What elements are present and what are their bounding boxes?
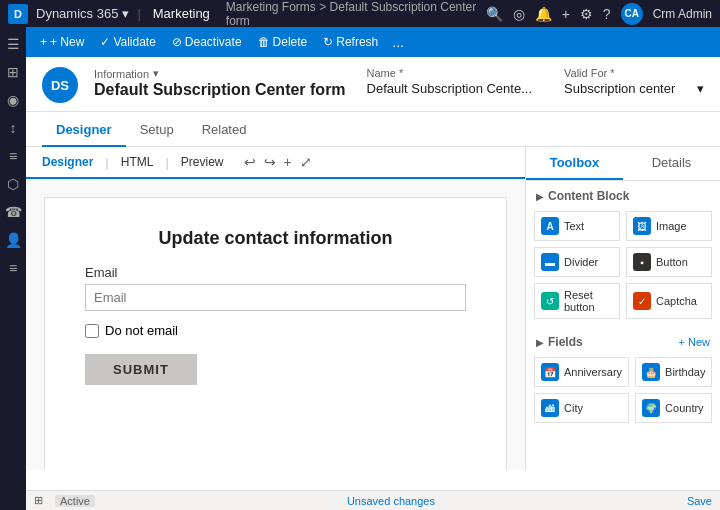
panel-item-divider-label: Divider bbox=[564, 256, 598, 268]
city-icon: 🏙 bbox=[541, 399, 559, 417]
deactivate-icon: ⊘ bbox=[172, 35, 182, 49]
tab-designer[interactable]: Designer bbox=[42, 112, 126, 147]
nav-icons: 🔍 ◎ 🔔 + ⚙ ? CA Crm Admin bbox=[486, 3, 712, 25]
record-type: Information ▾ bbox=[94, 67, 351, 80]
text-icon: A bbox=[541, 217, 559, 235]
sub-tab-designer[interactable]: Designer bbox=[36, 153, 99, 171]
deactivate-button[interactable]: ⊘ Deactivate bbox=[166, 33, 248, 51]
fields-section-title: Fields bbox=[548, 335, 583, 349]
app-name-label: Dynamics 365 bbox=[36, 6, 118, 21]
sub-divider-1: | bbox=[105, 155, 108, 170]
panel-item-anniversary[interactable]: 📅 Anniversary bbox=[534, 357, 629, 387]
panel-item-button-label: Button bbox=[656, 256, 688, 268]
notification-icon[interactable]: 🔔 bbox=[535, 6, 552, 22]
do-not-email-checkbox[interactable] bbox=[85, 324, 99, 338]
sidebar-phone-icon[interactable]: ☎ bbox=[0, 199, 26, 225]
panel-tab-toolbox[interactable]: Toolbox bbox=[526, 147, 623, 180]
panel-item-image[interactable]: 🖼 Image bbox=[626, 211, 712, 241]
sidebar-home-icon[interactable]: ⊞ bbox=[0, 59, 26, 85]
alert-icon[interactable]: ◎ bbox=[513, 6, 525, 22]
validate-icon: ✓ bbox=[100, 35, 110, 49]
sidebar-segment-icon[interactable]: ⬡ bbox=[0, 171, 26, 197]
app-icon: D bbox=[8, 4, 28, 24]
help-icon[interactable]: ? bbox=[603, 6, 611, 22]
sidebar-user-icon[interactable]: 👤 bbox=[0, 227, 26, 253]
unsaved-label: Unsaved changes bbox=[347, 495, 435, 507]
breadcrumb: Marketing Forms > Default Subscription C… bbox=[226, 0, 478, 28]
email-input[interactable] bbox=[85, 284, 466, 311]
status-bar: ⊞ Active Unsaved changes Save bbox=[26, 490, 720, 510]
panel-item-captcha[interactable]: ✓ Captcha bbox=[626, 283, 712, 319]
panel-item-city[interactable]: 🏙 City bbox=[534, 393, 629, 423]
status-page-icon: ⊞ bbox=[34, 494, 43, 507]
record-title: Default Subscription Center form bbox=[94, 81, 351, 99]
app-name[interactable]: Dynamics 365 ▾ bbox=[36, 6, 129, 21]
submit-button[interactable]: SUBMIT bbox=[85, 354, 197, 385]
redo-icon[interactable]: ↪ bbox=[264, 154, 276, 170]
delete-icon: 🗑 bbox=[258, 35, 270, 49]
panel-item-birthday[interactable]: 🎂 Birthday bbox=[635, 357, 712, 387]
expand-icon[interactable]: ⤢ bbox=[300, 154, 312, 170]
name-field-value: Default Subscription Cente... bbox=[367, 81, 532, 96]
validate-button[interactable]: ✓ Validate bbox=[94, 33, 161, 51]
birthday-icon: 🎂 bbox=[642, 363, 660, 381]
panel-tabs: Toolbox Details bbox=[526, 147, 720, 181]
refresh-button[interactable]: ↻ Refresh bbox=[317, 33, 384, 51]
user-name[interactable]: Crm Admin bbox=[653, 7, 712, 21]
user-avatar[interactable]: CA bbox=[621, 3, 643, 25]
panel-item-text[interactable]: A Text bbox=[534, 211, 620, 241]
main-content: DS Information ▾ Default Subscription Ce… bbox=[26, 57, 720, 490]
valid-for-label: Valid For * bbox=[564, 67, 704, 79]
delete-button[interactable]: 🗑 Delete bbox=[252, 33, 314, 51]
refresh-icon: ↻ bbox=[323, 35, 333, 49]
tab-setup[interactable]: Setup bbox=[126, 112, 188, 147]
save-button[interactable]: Save bbox=[687, 495, 712, 507]
panel-item-reset[interactable]: ↺ Reset button bbox=[534, 283, 620, 319]
content-block-arrow-icon: ▶ bbox=[536, 191, 544, 202]
name-field-label: Name * bbox=[367, 67, 532, 79]
undo-icon[interactable]: ↩ bbox=[244, 154, 256, 170]
content-block-header: ▶ Content Block bbox=[526, 181, 720, 207]
panel-item-text-label: Text bbox=[564, 220, 584, 232]
settings-icon[interactable]: ⚙ bbox=[580, 6, 593, 22]
search-icon[interactable]: 🔍 bbox=[486, 6, 503, 22]
sub-toolbar: Designer | HTML | Preview ↩ ↪ + ⤢ bbox=[26, 147, 525, 179]
panel-item-button[interactable]: ▪ Button bbox=[626, 247, 712, 277]
sidebar-pinned-icon[interactable]: ↕ bbox=[0, 115, 26, 141]
button-icon: ▪ bbox=[633, 253, 651, 271]
more-button[interactable]: ... bbox=[388, 34, 408, 50]
sidebar-recent-icon[interactable]: ◉ bbox=[0, 87, 26, 113]
panel-item-image-label: Image bbox=[656, 220, 687, 232]
anniversary-icon: 📅 bbox=[541, 363, 559, 381]
designer-area: Designer | HTML | Preview ↩ ↪ + ⤢ Update… bbox=[26, 147, 720, 470]
left-sidebar: ☰ ⊞ ◉ ↕ ≡ ⬡ ☎ 👤 ≡ bbox=[0, 27, 26, 510]
sidebar-list-icon[interactable]: ≡ bbox=[0, 143, 26, 169]
sub-tab-html[interactable]: HTML bbox=[115, 153, 160, 171]
panel-item-country[interactable]: 🌍 Country bbox=[635, 393, 712, 423]
record-info: Information ▾ Default Subscription Cente… bbox=[94, 67, 351, 99]
new-button[interactable]: + + New bbox=[34, 33, 90, 51]
image-icon: 🖼 bbox=[633, 217, 651, 235]
sub-tab-preview[interactable]: Preview bbox=[175, 153, 230, 171]
content-block-grid: A Text 🖼 Image ▬ Divider ▪ Button ↺ R bbox=[526, 207, 720, 327]
name-field: Name * Default Subscription Cente... bbox=[367, 67, 532, 96]
sidebar-nav-icon[interactable]: ≡ bbox=[0, 255, 26, 281]
status-badge: Active bbox=[55, 495, 95, 507]
add-field-button[interactable]: + New bbox=[679, 336, 711, 348]
add-element-icon[interactable]: + bbox=[284, 154, 292, 170]
panel-tab-details[interactable]: Details bbox=[623, 147, 720, 180]
plus-icon[interactable]: + bbox=[562, 6, 570, 22]
panel-item-birthday-label: Birthday bbox=[665, 366, 705, 378]
tab-related[interactable]: Related bbox=[188, 112, 261, 147]
record-header: DS Information ▾ Default Subscription Ce… bbox=[26, 57, 720, 112]
email-label: Email bbox=[85, 265, 466, 280]
app-chevron-icon: ▾ bbox=[122, 6, 129, 21]
country-icon: 🌍 bbox=[642, 399, 660, 417]
sidebar-menu-icon[interactable]: ☰ bbox=[0, 31, 26, 57]
do-not-email-label: Do not email bbox=[105, 323, 178, 338]
valid-for-value[interactable]: Subscription center ▾ bbox=[564, 81, 704, 96]
valid-for-chevron-icon: ▾ bbox=[697, 81, 704, 96]
panel-item-city-label: City bbox=[564, 402, 583, 414]
type-chevron-icon: ▾ bbox=[153, 67, 159, 80]
panel-item-divider[interactable]: ▬ Divider bbox=[534, 247, 620, 277]
